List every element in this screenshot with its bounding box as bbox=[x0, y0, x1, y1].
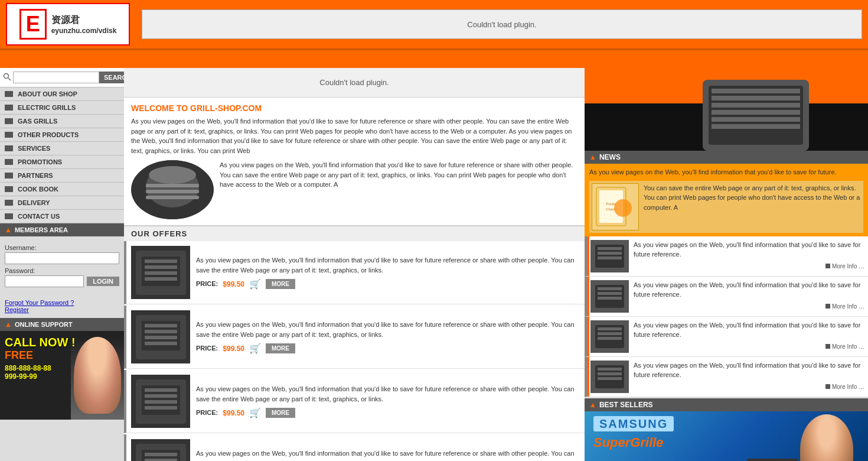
news-thumb-3 bbox=[590, 320, 629, 353]
offer-desc-1: As you view pages on the Web, you'll fin… bbox=[196, 255, 580, 290]
online-support-box: CALL NOW ! FREE 888-888-88-88 999-99-99 bbox=[0, 331, 124, 420]
news-item-text-4: As you view pages on the Web, you'll fin… bbox=[634, 361, 864, 392]
more-info-2[interactable]: More Info … bbox=[634, 301, 864, 311]
more-info-link-1[interactable]: More Info … bbox=[832, 263, 864, 270]
more-info-3[interactable]: More Info … bbox=[634, 342, 864, 352]
news-featured-text: You can save the entire Web page or any … bbox=[644, 183, 861, 230]
sidebar-item-promotions[interactable]: PROMOTIONS bbox=[0, 155, 124, 169]
svg-rect-11 bbox=[145, 265, 177, 269]
username-label: Username: bbox=[5, 244, 119, 251]
svg-rect-40 bbox=[712, 117, 800, 122]
nav-bullet bbox=[5, 173, 13, 178]
main-content: Couldn't load plugin. WELCOME TO GRILL-S… bbox=[124, 68, 585, 461]
svg-rect-65 bbox=[598, 372, 622, 375]
svg-rect-64 bbox=[598, 368, 622, 371]
welcome-title: WELCOME TO GRILL-SHOP.COM bbox=[131, 103, 577, 113]
forgot-password-link[interactable]: Forgot Your Password ? bbox=[5, 299, 119, 306]
sidebar-item-about[interactable]: ABOUT OUR SHOP bbox=[0, 87, 124, 101]
more-info-1[interactable]: More Info … bbox=[634, 261, 864, 271]
add-to-cart-button-1[interactable]: 🛒 bbox=[249, 278, 261, 290]
news-header: ▲ NEWS bbox=[585, 151, 868, 164]
svg-rect-66 bbox=[598, 377, 622, 380]
register-link[interactable]: Register bbox=[5, 306, 119, 313]
welcome-inner: As you view pages on the Web, you'll fin… bbox=[131, 160, 577, 219]
news-thumb-2 bbox=[590, 280, 629, 313]
svg-point-7 bbox=[149, 166, 196, 184]
news-item-text-2: As you view pages on the Web, you'll fin… bbox=[634, 280, 864, 311]
nav-menu: ABOUT OUR SHOP ELECTRIC GRILLS GAS GRILL… bbox=[0, 87, 124, 223]
logo-cn: 资源君 bbox=[51, 14, 117, 27]
add-to-cart-button-3[interactable]: 🛒 bbox=[249, 407, 261, 418]
svg-rect-49 bbox=[598, 247, 622, 250]
svg-line-1 bbox=[8, 78, 11, 80]
more-button-2[interactable]: MORE bbox=[266, 343, 295, 353]
offer-price-row-3: PRICE: $99.50 🛒 MORE bbox=[196, 407, 580, 418]
news-item-text-1: As you view pages on the Web, you'll fin… bbox=[634, 240, 864, 271]
offer-desc-3: As you view pages on the Web, you'll fin… bbox=[196, 384, 580, 418]
offer-item: As you view pages on the Web, you'll fin… bbox=[124, 434, 585, 461]
svg-rect-54 bbox=[598, 287, 622, 290]
svg-rect-29 bbox=[145, 459, 177, 462]
offer-desc-4: As you view pages on the Web, you'll fin… bbox=[196, 449, 580, 461]
samsung-logo: SAMSUNG bbox=[593, 417, 674, 431]
offer-item: As you view pages on the Web, you'll fin… bbox=[124, 306, 585, 369]
add-to-cart-button-2[interactable]: 🛒 bbox=[249, 343, 261, 354]
news-book-image: Poulet Chaud bbox=[592, 183, 639, 230]
sidebar-item-gas[interactable]: GAS GRILLS bbox=[0, 115, 124, 128]
svg-point-46 bbox=[614, 199, 632, 217]
offer-thumb-4 bbox=[131, 439, 190, 461]
sidebar-item-services[interactable]: SERVICES bbox=[0, 142, 124, 155]
offer-price-row-1: PRICE: $99.50 🛒 MORE bbox=[196, 278, 580, 290]
offer-thumb-3 bbox=[131, 375, 190, 428]
svg-rect-22 bbox=[145, 388, 177, 392]
password-input[interactable] bbox=[5, 275, 84, 287]
svg-rect-41 bbox=[712, 124, 800, 129]
svg-rect-25 bbox=[145, 406, 177, 410]
svg-rect-39 bbox=[712, 110, 800, 115]
svg-rect-13 bbox=[145, 277, 177, 281]
svg-rect-4 bbox=[146, 184, 199, 187]
offers-header: OUR OFFERS bbox=[124, 225, 585, 241]
svg-rect-51 bbox=[598, 257, 622, 259]
svg-rect-50 bbox=[598, 252, 622, 255]
login-button[interactable]: LOGIN bbox=[87, 277, 119, 286]
logo-url: eyunzhu.com/vdisk bbox=[51, 27, 117, 35]
more-info-icon-3 bbox=[825, 344, 830, 349]
news-items: As you view pages on the Web, you'll fin… bbox=[585, 236, 868, 397]
logo-text: 资源君 eyunzhu.com/vdisk bbox=[51, 14, 117, 35]
svg-rect-19 bbox=[145, 342, 177, 345]
more-info-4[interactable]: More Info … bbox=[634, 382, 864, 392]
svg-rect-10 bbox=[145, 259, 177, 263]
svg-rect-37 bbox=[712, 96, 800, 100]
svg-rect-67 bbox=[747, 459, 797, 462]
svg-rect-36 bbox=[712, 89, 800, 93]
super-grille-text: SuperGrille bbox=[593, 435, 664, 450]
svg-rect-55 bbox=[598, 292, 622, 295]
more-info-icon-4 bbox=[825, 384, 830, 389]
search-input[interactable] bbox=[13, 72, 99, 83]
svg-rect-18 bbox=[145, 336, 177, 339]
support-person bbox=[71, 337, 124, 420]
more-button-1[interactable]: MORE bbox=[266, 279, 295, 289]
username-input[interactable] bbox=[5, 252, 119, 264]
sidebar-item-contact[interactable]: CONTACT US bbox=[0, 210, 124, 223]
svg-rect-59 bbox=[598, 327, 622, 330]
banner-person-img bbox=[800, 414, 859, 462]
sidebar-item-partners[interactable]: PARTNERS bbox=[0, 169, 124, 183]
top-banner-plugin: Couldn't load plugin. bbox=[142, 9, 862, 39]
sidebar-item-other[interactable]: OTHER PRODUCTS bbox=[0, 128, 124, 142]
sidebar-item-electric[interactable]: ELECTRIC GRILLS bbox=[0, 101, 124, 115]
svg-rect-38 bbox=[712, 103, 800, 108]
news-thumb-4 bbox=[590, 361, 629, 393]
more-button-3[interactable]: MORE bbox=[266, 408, 295, 418]
more-info-link-3[interactable]: More Info … bbox=[832, 343, 864, 350]
sidebar-item-cookbook[interactable]: COOK BOOK bbox=[0, 183, 124, 196]
sidebar-item-delivery[interactable]: DELIVERY bbox=[0, 196, 124, 210]
svg-point-0 bbox=[4, 74, 9, 79]
more-info-link-2[interactable]: More Info … bbox=[832, 303, 864, 310]
news-item: As you view pages on the Web, you'll fin… bbox=[585, 357, 868, 397]
news-arrow-icon: ▲ bbox=[589, 153, 596, 161]
more-info-link-4[interactable]: More Info … bbox=[832, 384, 864, 390]
support-arrow-icon: ▲ bbox=[5, 320, 12, 329]
news-item: As you view pages on the Web, you'll fin… bbox=[585, 277, 868, 317]
